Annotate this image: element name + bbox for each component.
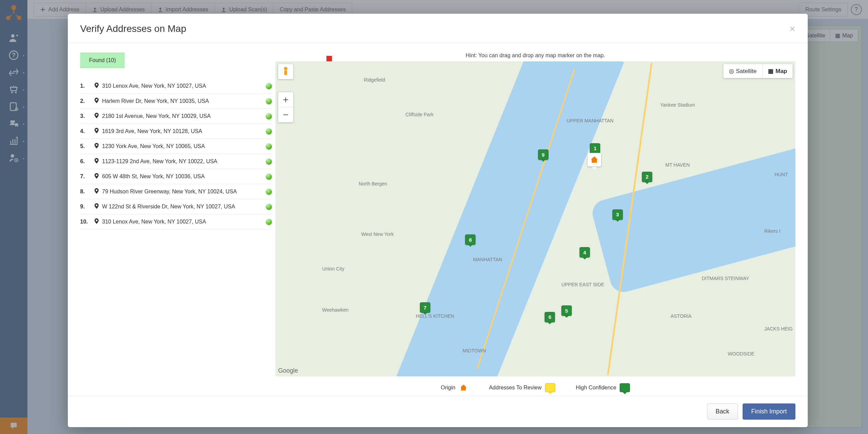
address-number: 8. bbox=[80, 189, 92, 195]
map-marker[interactable]: 3 bbox=[612, 209, 623, 220]
address-text: 1619 3rd Ave, New York, NY 10128, USA bbox=[101, 128, 266, 134]
map-area-label: MANHATTAN bbox=[473, 257, 502, 262]
satellite-toggle[interactable]: ◎ Satellite bbox=[723, 64, 762, 78]
house-icon bbox=[590, 155, 599, 164]
address-text: 1230 York Ave, New York, NY 10065, USA bbox=[101, 143, 266, 149]
finish-import-button[interactable]: Finish Import bbox=[743, 403, 795, 420]
zoom-in-button[interactable]: + bbox=[278, 92, 293, 107]
map-area-label: Cliffside Park bbox=[406, 112, 434, 117]
pin-icon bbox=[92, 98, 101, 104]
pin-icon bbox=[92, 218, 101, 225]
map-marker[interactable]: 8 bbox=[465, 234, 475, 245]
legend-high-confidence: High Confidence bbox=[576, 383, 630, 392]
map-marker[interactable]: 6 bbox=[545, 312, 555, 322]
status-dot bbox=[266, 83, 272, 89]
map-hint: Hint: You can drag and drop any map mark… bbox=[275, 52, 795, 59]
address-row[interactable]: 9. W 122nd St & Riverside Dr, New York, … bbox=[80, 199, 272, 214]
map-area-label: Union City bbox=[322, 266, 345, 272]
address-text: 605 W 48th St, New York, NY 10036, USA bbox=[101, 173, 266, 180]
address-text: Harlem River Dr, New York, NY 10035, USA bbox=[101, 98, 266, 104]
map-area-label: MIDTOWN bbox=[462, 348, 486, 353]
status-dot bbox=[266, 128, 272, 134]
zoom-out-button[interactable]: − bbox=[278, 107, 293, 122]
pin-icon bbox=[92, 113, 101, 119]
address-text: 1123-1129 2nd Ave, New York, NY 10022, U… bbox=[101, 158, 266, 165]
map-area-label: North Bergen bbox=[359, 181, 387, 186]
pin-icon bbox=[92, 188, 101, 195]
legend-review: Addresses To Review bbox=[489, 383, 555, 392]
address-row[interactable]: 6. 1123-1129 2nd Ave, New York, NY 10022… bbox=[80, 154, 272, 169]
address-number: 9. bbox=[80, 204, 92, 210]
pin-icon bbox=[92, 203, 101, 210]
address-list-panel: Found (10) 1. 310 Lenox Ave, New York, N… bbox=[80, 52, 272, 396]
address-row[interactable]: 8. 79 Hudson River Greenway, New York, N… bbox=[80, 184, 272, 199]
streetview-pegman[interactable] bbox=[278, 64, 293, 79]
map-marker[interactable]: 2 bbox=[642, 172, 652, 182]
map-marker[interactable]: 1 bbox=[590, 143, 600, 154]
svg-point-21 bbox=[284, 67, 287, 70]
map-area-label: Ridgefield bbox=[364, 77, 385, 83]
address-row[interactable]: 2. Harlem River Dr, New York, NY 10035, … bbox=[80, 94, 272, 109]
status-dot bbox=[266, 98, 272, 104]
map-area-label: Rikers I bbox=[764, 228, 780, 234]
verify-addresses-modal: Verify Addresses on Map × Found (10) 1. … bbox=[68, 14, 808, 427]
map-marker[interactable]: 9 bbox=[538, 149, 548, 160]
map-area-label: HUNT bbox=[774, 172, 788, 177]
map-area-label: Yankee Stadium bbox=[660, 102, 695, 108]
address-text: 310 Lenox Ave, New York, NY 10027, USA bbox=[101, 83, 266, 89]
map-area-label: UPPER MANHATTAN bbox=[567, 118, 613, 123]
map-marker[interactable]: 5 bbox=[561, 305, 572, 316]
address-number: 1. bbox=[80, 83, 92, 89]
map-marker[interactable]: 7 bbox=[420, 302, 430, 313]
map-panel: Hint: You can drag and drop any map mark… bbox=[275, 52, 795, 396]
found-tab[interactable]: Found (10) bbox=[80, 52, 125, 68]
status-dot bbox=[266, 143, 272, 149]
back-button[interactable]: Back bbox=[707, 403, 738, 420]
status-dot bbox=[266, 204, 272, 210]
legend: Origin Addresses To Review High Confiden… bbox=[275, 376, 795, 396]
map-type-controls: ◎ Satellite ▦ Map bbox=[723, 64, 793, 78]
pin-icon bbox=[92, 158, 101, 165]
address-number: 2. bbox=[80, 98, 92, 104]
map-area-label: JACKS HEIG bbox=[764, 326, 793, 331]
address-text: 2180 1st Avenue, New York, NY 10029, USA bbox=[101, 113, 266, 119]
modal-title: Verify Addresses on Map bbox=[80, 23, 186, 34]
map[interactable]: RidgefieldCliffside ParkNorth BergenWest… bbox=[275, 61, 795, 376]
address-number: 7. bbox=[80, 173, 92, 180]
map-area-label: DITMARS STEINWAY bbox=[702, 276, 749, 281]
status-dot bbox=[266, 219, 272, 225]
origin-marker[interactable] bbox=[587, 153, 601, 167]
address-row[interactable]: 7. 605 W 48th St, New York, NY 10036, US… bbox=[80, 169, 272, 184]
status-dot bbox=[266, 173, 272, 180]
map-marker[interactable]: 4 bbox=[580, 247, 590, 257]
house-icon bbox=[459, 384, 468, 392]
close-icon[interactable]: × bbox=[789, 24, 795, 34]
address-row[interactable]: 1. 310 Lenox Ave, New York, NY 10027, US… bbox=[80, 79, 272, 94]
address-number: 5. bbox=[80, 143, 92, 149]
address-number: 6. bbox=[80, 158, 92, 165]
pin-icon bbox=[92, 128, 101, 134]
address-number: 10. bbox=[80, 219, 92, 225]
legend-origin: Origin bbox=[441, 384, 469, 392]
map-area-label: Weehawken bbox=[322, 307, 349, 313]
status-dot bbox=[266, 189, 272, 195]
zoom-controls: + − bbox=[278, 92, 293, 122]
map-area-label: HELL'S KITCHEN bbox=[416, 313, 454, 319]
address-row[interactable]: 3. 2180 1st Avenue, New York, NY 10029, … bbox=[80, 109, 272, 124]
address-row[interactable]: 4. 1619 3rd Ave, New York, NY 10128, USA bbox=[80, 124, 272, 139]
map-area-label: MT HAVEN bbox=[666, 162, 690, 168]
address-number: 4. bbox=[80, 128, 92, 134]
address-row[interactable]: 5. 1230 York Ave, New York, NY 10065, US… bbox=[80, 139, 272, 154]
address-row[interactable]: 10. 310 Lenox Ave, New York, NY 10027, U… bbox=[80, 214, 272, 229]
map-toggle[interactable]: ▦ Map bbox=[762, 64, 793, 78]
google-logo: Google bbox=[278, 367, 298, 374]
address-text: W 122nd St & Riverside Dr, New York, NY … bbox=[101, 204, 266, 210]
address-text: 310 Lenox Ave, New York, NY 10027, USA bbox=[101, 219, 266, 225]
status-dot bbox=[266, 158, 272, 165]
pin-icon bbox=[92, 143, 101, 149]
status-dot bbox=[266, 113, 272, 119]
map-area-label: West New York bbox=[361, 231, 394, 237]
map-area-label: WOODSIDE bbox=[728, 351, 755, 357]
map-area-label: UPPER EAST SIDE bbox=[561, 282, 604, 287]
pin-icon bbox=[92, 83, 101, 89]
